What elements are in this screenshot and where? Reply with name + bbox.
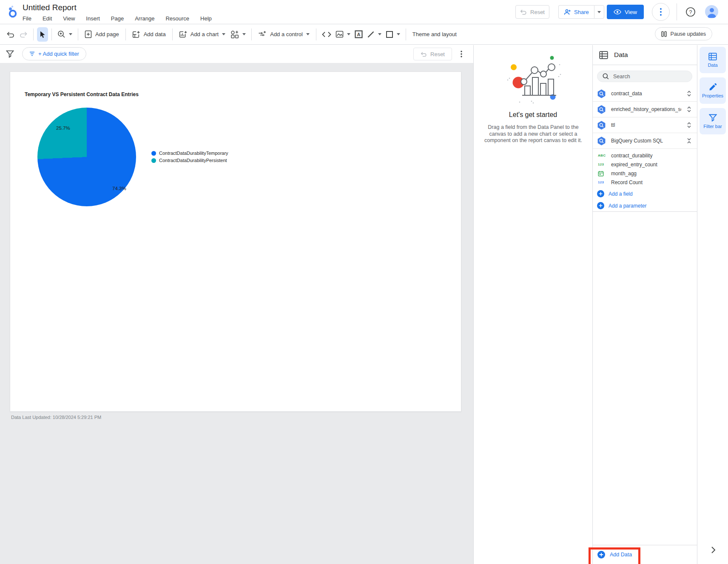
unfold-more-icon[interactable]	[686, 90, 692, 97]
tab-filter-bar-label: Filter bar	[703, 124, 722, 129]
legend-item[interactable]: ContractDataDurabilityTemporary	[151, 151, 228, 156]
text-icon: A	[355, 30, 363, 38]
chevron-down-icon	[397, 33, 400, 35]
field-month-agg[interactable]: month_agg	[593, 169, 697, 178]
add-chart-button[interactable]: Add a chart	[176, 27, 229, 42]
view-label: View	[625, 9, 637, 15]
redo-button[interactable]	[17, 27, 30, 42]
user-avatar[interactable]	[705, 5, 718, 18]
bigquery-icon	[597, 89, 606, 98]
undo-button[interactable]	[4, 27, 17, 42]
share-button-group: Share	[558, 5, 604, 19]
embed-url-button[interactable]	[320, 27, 333, 42]
reset-label: Reset	[530, 9, 545, 15]
chevron-down-icon	[597, 11, 601, 13]
right-sidebar-tabs: Data Properties Filter bar	[697, 45, 728, 564]
unfold-less-icon[interactable]	[686, 137, 692, 144]
filter-bar-more-button[interactable]	[456, 48, 467, 60]
share-button[interactable]: Share	[558, 5, 594, 19]
control-sliders-icon	[258, 31, 267, 38]
menu-file[interactable]: File	[23, 15, 31, 22]
share-dropdown-button[interactable]	[594, 5, 604, 19]
menu-resource[interactable]: Resource	[165, 15, 189, 22]
looker-studio-logo-icon[interactable]	[7, 6, 19, 18]
legend-item[interactable]: ContractDataDurabilityPersistent	[151, 158, 228, 163]
tab-properties[interactable]: Properties	[700, 77, 726, 104]
report-title[interactable]: Untitled Report	[23, 3, 77, 12]
insert-shape-button[interactable]	[384, 27, 402, 42]
tab-filter-bar[interactable]: Filter bar	[700, 108, 726, 134]
filter-icon	[709, 114, 717, 122]
menu-page[interactable]: Page	[111, 15, 124, 22]
data-source-contract-data[interactable]: contract_data	[593, 86, 697, 102]
getting-started-body: Drag a field from the Data Panel to the …	[481, 124, 585, 144]
insert-text-button[interactable]: A	[353, 27, 365, 42]
filter-icon[interactable]	[6, 50, 14, 58]
add-page-button[interactable]: Add page	[82, 27, 122, 42]
data-source-enriched-history[interactable]: enriched_history_operations_sorob...	[593, 102, 697, 117]
theme-and-layout-button[interactable]: Theme and layout	[410, 27, 460, 42]
search-input[interactable]	[613, 74, 681, 80]
field-list: ABC contract_durability 123 expired_entr…	[593, 151, 697, 211]
more-options-button[interactable]	[652, 3, 670, 21]
community-viz-icon	[230, 30, 239, 39]
data-source-ttl[interactable]: ttl	[593, 117, 697, 133]
number-field-icon: 123	[598, 162, 607, 166]
menu-edit[interactable]: Edit	[43, 15, 52, 22]
toolbar-divider	[33, 28, 34, 40]
data-last-updated-text: Data Last Updated: 10/28/2024 5:29:21 PM	[11, 415, 101, 420]
field-name: month_agg	[611, 171, 637, 177]
field-record-count[interactable]: 123 Record Count	[593, 178, 697, 187]
select-tool-button[interactable]	[37, 27, 48, 42]
data-source-name: BigQuery Custom SQL	[611, 138, 681, 144]
report-page[interactable]: Temporary VS Persistent Contract Data En…	[10, 71, 461, 412]
image-icon	[336, 31, 344, 38]
search-box[interactable]	[597, 71, 692, 82]
legend-label-temporary: ContractDataDurabilityTemporary	[159, 151, 228, 156]
add-a-parameter-button[interactable]: Add a parameter	[593, 201, 697, 211]
collapse-panel-button[interactable]	[708, 545, 718, 555]
menu-view[interactable]: View	[63, 15, 75, 22]
report-canvas[interactable]: Temporary VS Persistent Contract Data En…	[0, 63, 473, 564]
add-data-button[interactable]: Add data	[129, 27, 169, 42]
tab-data-label: Data	[708, 63, 717, 68]
code-icon	[322, 31, 331, 37]
add-a-field-label: Add a field	[609, 191, 633, 197]
kebab-icon	[660, 8, 662, 16]
field-contract-durability[interactable]: ABC contract_durability	[593, 151, 697, 160]
eye-icon	[614, 9, 621, 14]
tab-data[interactable]: Data	[700, 47, 726, 73]
person-icon	[707, 7, 717, 18]
pause-updates-button[interactable]: Pause updates	[655, 27, 712, 40]
reset-button[interactable]: Reset	[515, 5, 549, 19]
add-control-button[interactable]: Add a control	[255, 27, 313, 42]
zoom-tool-button[interactable]	[55, 27, 74, 42]
community-visualizations-button[interactable]	[228, 27, 248, 42]
add-control-label: Add a control	[270, 31, 303, 37]
getting-started-title: Let's get started	[474, 111, 592, 119]
insert-image-button[interactable]	[333, 27, 353, 42]
share-label: Share	[574, 9, 589, 15]
unfold-more-icon[interactable]	[686, 106, 692, 113]
menu-help[interactable]: Help	[200, 15, 212, 22]
toolbar-divider	[51, 28, 52, 40]
menu-arrange[interactable]: Arrange	[135, 15, 154, 22]
help-button[interactable]: ?	[685, 7, 696, 17]
pie-chart[interactable]	[37, 108, 136, 206]
view-button[interactable]: View	[607, 5, 644, 19]
add-data-bottom-button[interactable]: Add Data	[597, 551, 632, 558]
pause-icon	[661, 31, 667, 37]
unfold-more-icon[interactable]	[686, 122, 692, 128]
add-a-field-button[interactable]: Add a field	[593, 189, 697, 199]
insert-line-button[interactable]	[365, 27, 384, 42]
toolbar: Add page Add data Add a chart	[0, 24, 728, 45]
data-source-name: contract_data	[611, 91, 681, 97]
data-source-bigquery-custom-sql[interactable]: BigQuery Custom SQL	[593, 133, 697, 149]
theme-layout-label: Theme and layout	[412, 31, 457, 37]
add-quick-filter-button[interactable]: + Add quick filter	[22, 47, 86, 60]
toolbar-divider	[406, 28, 406, 40]
filter-reset-button[interactable]: Reset	[413, 48, 452, 60]
menu-insert[interactable]: Insert	[86, 15, 100, 22]
field-expired-entry-count[interactable]: 123 expired_entry_count	[593, 160, 697, 169]
chart-legend: ContractDataDurabilityTemporary Contract…	[151, 151, 228, 163]
